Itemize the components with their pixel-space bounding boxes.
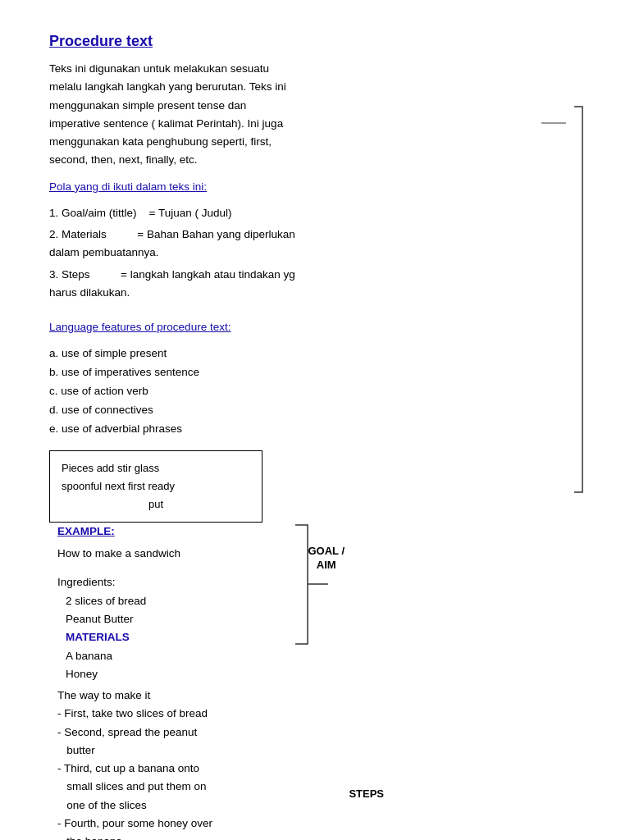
pola-link[interactable]: Pola yang di ikuti dalam teks ini: <box>49 178 295 196</box>
left-column: Teks ini digunakan untuk melakukan sesua… <box>49 60 312 523</box>
word-box-line1: Pieces add stir glass <box>62 459 250 477</box>
features-list: a. use of simple present b. use of imper… <box>49 345 295 439</box>
feature-e: e. use of adverbial phrases <box>49 420 295 439</box>
struct-number-1: 1. <box>49 207 62 219</box>
material-butter: Peanut Butter <box>66 610 345 628</box>
feature-a: a. use of simple present <box>49 345 295 363</box>
goal-row: How to make a sandwich GOAL /AIM <box>57 545 345 573</box>
material-bread: 2 slices of bread <box>66 592 345 610</box>
language-features-link[interactable]: Language features of procedure text: <box>49 318 295 336</box>
structure-item-1: 1. Goal/aim (tittle) = Tujuan ( Judul) <box>49 204 295 222</box>
way-label: The way to make it <box>57 687 345 705</box>
materials-label: MATERIALS <box>66 631 130 643</box>
word-box-line3: put <box>62 495 250 514</box>
struct-label-3: Steps <box>62 268 90 281</box>
word-box: Pieces add stir glass spoonful next firs… <box>49 450 262 523</box>
structure-item-3: 3. Steps = langkah langkah atau tindakan… <box>49 266 295 303</box>
material-honey: Honey <box>66 665 345 683</box>
step-2: - Second, spread the peanut butter <box>57 724 345 760</box>
feature-d: d. use of connectives <box>49 401 295 420</box>
struct-number-2: 2. <box>49 228 62 240</box>
steps-label: STEPS <box>349 785 384 802</box>
description-text: Teks ini digunakan untuk melakukan sesua… <box>49 60 295 170</box>
struct-number-3: 3. <box>49 268 62 281</box>
goal-aim-label: GOAL /AIM <box>308 545 345 573</box>
example-label: EXAMPLE: <box>57 523 345 541</box>
struct-label-1: Goal/aim (tittle) <box>62 207 137 219</box>
struct-equals-1: = Tujuan ( Judul) <box>149 207 232 219</box>
feature-c: c. use of action verb <box>49 382 295 401</box>
example-content: EXAMPLE: How to make a sandwich GOAL /AI… <box>57 523 345 840</box>
material-banana: A banana <box>66 647 345 665</box>
ingredients-label: Ingredients: <box>57 573 345 591</box>
feature-b: b. use of imperatives sentence <box>49 363 295 382</box>
two-column-layout: Teks ini digunakan untuk melakukan sesua… <box>49 60 581 840</box>
page-title: Procedure text <box>49 33 581 50</box>
sandwich-title: How to make a sandwich <box>57 545 301 563</box>
materials-items: 2 slices of bread Peanut Butter MATERIAL… <box>57 592 345 683</box>
struct-label-2: Materials <box>62 228 107 240</box>
right-column: EXAMPLE: How to make a sandwich GOAL /AI… <box>49 523 345 840</box>
steps-section: - First, take two slices of bread - Seco… <box>57 705 345 840</box>
step-3: - Third, cut up a banana onto small slic… <box>57 760 345 815</box>
page-container: Procedure text Teks ini digunakan untuk … <box>0 0 630 840</box>
structure-item-2: 2. Materials = Bahan Bahan yang diperluk… <box>49 226 295 262</box>
word-box-line2: spoonful next first ready <box>62 477 250 495</box>
step-4: - Fourth, pour some honey over the banan… <box>57 815 345 840</box>
step-1: - First, take two slices of bread <box>57 705 345 723</box>
